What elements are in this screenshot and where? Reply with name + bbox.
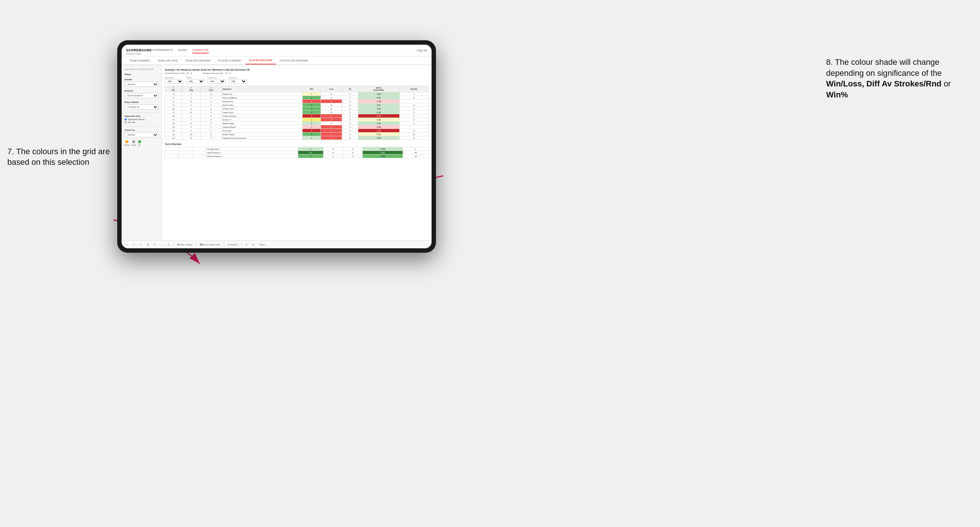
- radio-top100[interactable]: Top 100: [124, 121, 159, 124]
- toolbar-save-custom[interactable]: 💾 Save Custom View: [199, 243, 222, 246]
- conference-select[interactable]: (All): [207, 79, 226, 84]
- sidebar-player-rank-section: Player (Rank) 8. Katelyn Vo: [124, 101, 159, 110]
- cell-win: 2: [302, 136, 321, 140]
- cell-win: 1: [302, 92, 321, 96]
- legend-up: Up: [138, 140, 141, 146]
- cell-div: 18: [165, 129, 182, 133]
- cell-rounds: 9: [399, 118, 428, 122]
- colour-by-section: Colour by Win/loss: [124, 129, 159, 137]
- col-rounds: Rounds: [399, 86, 428, 92]
- cell-win: 0: [302, 114, 321, 118]
- cell-loss: 2: [321, 118, 342, 122]
- tab-player-h2h-heatmap[interactable]: PLAYER H2H HEATMAP: [276, 56, 312, 65]
- cell-tie: 0: [342, 114, 358, 118]
- cell-loss: 1: [321, 129, 342, 133]
- cell-conf: 2: [200, 96, 221, 100]
- filter-opponents: Opponents: (All): [165, 76, 183, 84]
- toolbar-undo2[interactable]: ↩: [132, 243, 136, 246]
- table-row: 20 11 7 Federica Domecq Lacroze 2 1 0 1.…: [165, 136, 429, 140]
- cell-reg: 1: [182, 103, 200, 107]
- table-row: 14 7 4 Eunice Yi 2 2 0 0.38 9: [165, 118, 429, 122]
- cell-rounds: 4: [399, 92, 428, 96]
- toolbar-grid[interactable]: ⊞: [145, 243, 150, 246]
- toolbar-share[interactable]: Share: [258, 243, 266, 246]
- cell-conf: 1: [200, 92, 221, 96]
- cell-name: NCAA Division 2: [206, 154, 298, 158]
- grid-subtitle: Overall Record: 353 - 34 - 6 Division Re…: [165, 72, 429, 75]
- player-rank-select[interactable]: 8. Katelyn Vo: [124, 105, 159, 110]
- cell-diff: -0.94: [358, 125, 399, 129]
- tab-team-h2h-heatmap[interactable]: TEAM H2H HEATMAP: [181, 56, 214, 65]
- cell-rounds: 30: [403, 151, 429, 154]
- cell-name: NAIA Division 1: [206, 151, 298, 154]
- radio-opponents-played[interactable]: Opponents Played: [124, 118, 159, 121]
- cell-rounds: 4: [399, 122, 428, 125]
- cell-reg: 10: [182, 133, 200, 136]
- cell-diff: 1.33: [358, 136, 399, 140]
- cell-win: 2: [302, 107, 321, 111]
- cell-win: 5: [298, 154, 323, 158]
- out-division-row: Foreign Team 1 0 0 4.500 2: [165, 147, 429, 151]
- tab-team-summary[interactable]: TEAM SUMMARY: [126, 56, 154, 65]
- cell-reg: [179, 147, 192, 151]
- opponents-select[interactable]: (All): [165, 79, 183, 84]
- cell-conf: 4: [200, 103, 221, 107]
- nav-committee[interactable]: COMMITTEE: [192, 47, 209, 54]
- cell-tie: 0: [342, 100, 358, 103]
- region-select[interactable]: (All): [186, 79, 204, 84]
- cell-conf: 3: [200, 107, 221, 111]
- filter-row: Opponents: (All) Region (All) Conference: [165, 76, 429, 84]
- legend-up-dot: [138, 140, 141, 143]
- annotation-left: 7. The colours in the grid are based on …: [7, 146, 117, 167]
- nav-sign-out[interactable]: | Sign out: [417, 49, 427, 52]
- annotation-right: 8. The colour shade will change dependin…: [826, 57, 965, 100]
- tab-player-summary[interactable]: PLAYER SUMMARY: [215, 56, 245, 65]
- logo: SCOREBOARD Powered by clippd: [126, 46, 152, 55]
- toolbar-btn6[interactable]: ⊞: [251, 243, 256, 246]
- toolbar-clock[interactable]: ⊙: [166, 243, 171, 246]
- toolbar-btn5[interactable]: ⊡: [244, 243, 249, 246]
- toolbar-dot[interactable]: ···: [159, 243, 164, 246]
- colour-by-select[interactable]: Win/loss: [124, 132, 159, 137]
- col-tie: Tie: [342, 86, 358, 92]
- tab-team-h2h-grid[interactable]: TEAM H2H GRID: [154, 56, 182, 65]
- nav-teams[interactable]: TEAMS: [178, 47, 187, 54]
- cell-tie: 0: [343, 147, 362, 151]
- cell-reg: 1: [182, 114, 200, 118]
- cell-rounds: 11: [399, 133, 428, 136]
- col-conf: #Conf: [200, 86, 221, 92]
- toolbar-undo[interactable]: ↩: [124, 243, 129, 246]
- cell-name: Esther Lee: [221, 92, 302, 96]
- toolbar-watch[interactable]: 👁 Watch ▾: [226, 243, 239, 246]
- table-row: 9 1 4 Sharon Mun 2 0 0 3.67 3: [165, 103, 429, 107]
- cell-loss: 2: [321, 125, 342, 129]
- cell-reg: 6: [182, 107, 200, 111]
- gender-select[interactable]: Women's: [124, 82, 159, 87]
- cell-loss: 1: [321, 136, 342, 140]
- cell-div: 5: [165, 96, 182, 100]
- cell-win: 4: [302, 133, 321, 136]
- tablet-device: SCOREBOARD Powered by clippd TOURNAMENTS…: [117, 40, 436, 253]
- col-opponent: Opponent: [221, 86, 302, 92]
- toolbar-cut[interactable]: ✂: [153, 243, 157, 246]
- cell-rounds: 2: [403, 147, 429, 151]
- cell-div: 19: [165, 133, 182, 136]
- cell-rounds: [399, 100, 428, 103]
- opponent-select[interactable]: (All): [229, 79, 247, 84]
- cell-name: Euna Lee: [221, 129, 302, 133]
- cell-loss: 1: [321, 133, 342, 136]
- cell-diff: 3.67: [358, 103, 399, 107]
- cell-reg: [179, 151, 192, 154]
- toolbar-redo[interactable]: ↪: [138, 243, 143, 246]
- nav-tournaments[interactable]: TOURNAMENTS: [152, 47, 173, 54]
- cell-conf: 7: [200, 136, 221, 140]
- division-select[interactable]: NCAA Division III: [124, 93, 159, 98]
- cell-reg: 2: [182, 96, 200, 100]
- cell-tie: 0: [343, 151, 362, 154]
- cell-conf: 6: [200, 133, 221, 136]
- table-row: 15 8 5 Stella Cheng 1 0 0 1.25 4: [165, 122, 429, 125]
- legend-level-dot: [132, 140, 135, 143]
- tab-player-h2h-grid[interactable]: PLAYER H2H GRID: [245, 56, 276, 65]
- cell-conf: 3: [200, 100, 221, 103]
- toolbar-view-original[interactable]: 🖼 View: Original: [176, 243, 194, 246]
